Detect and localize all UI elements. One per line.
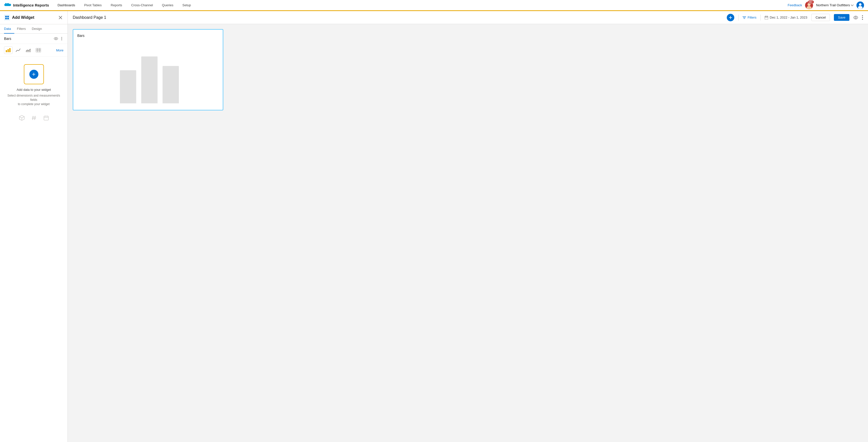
nav-tabs: Dashboards Pivot Tables Reports Cross-Ch… [53, 0, 783, 10]
main-content: Dashboard Page 1 Filters [68, 11, 868, 442]
more-icon [60, 37, 63, 40]
field-icons-row [0, 111, 67, 125]
nav-tab-reports[interactable]: Reports [106, 0, 127, 11]
grid-icon [5, 16, 9, 19]
preview-button[interactable] [854, 16, 858, 19]
svg-rect-8 [5, 18, 7, 19]
add-data-button[interactable]: + [24, 64, 44, 84]
salesforce-logo-icon [4, 2, 11, 9]
date-icon [44, 116, 49, 120]
svg-point-43 [862, 15, 863, 16]
more-menu-button[interactable] [862, 15, 863, 20]
widget-actions [54, 37, 63, 40]
line-chart-icon [16, 48, 21, 52]
add-widget-button[interactable] [727, 14, 734, 21]
chart-type-line-button[interactable] [14, 46, 23, 54]
svg-line-25 [33, 116, 33, 120]
vertical-dots-icon [862, 15, 863, 20]
bar-2 [141, 57, 158, 103]
cube-icon [19, 115, 25, 121]
bar-3 [162, 66, 179, 103]
filter-icon [743, 16, 746, 19]
svg-rect-18 [36, 48, 41, 52]
svg-point-4 [859, 3, 862, 6]
dimension-icon [19, 115, 25, 121]
filters-button[interactable]: Filters [743, 15, 756, 19]
hash-icon [32, 116, 37, 120]
date-range-button[interactable]: Dec 1, 2022 - Jan 1, 2023 [765, 15, 807, 19]
add-icon [728, 15, 733, 20]
svg-rect-6 [5, 16, 7, 17]
notification-count: 99+ [808, 0, 814, 4]
more-chart-types-link[interactable]: More [56, 49, 63, 52]
widget-name-row: Bars [0, 34, 67, 44]
bar-1 [120, 70, 136, 103]
top-navigation: Intelligence Reports Dashboards Pivot Ta… [0, 0, 868, 11]
nav-tab-cross-channel[interactable]: Cross-Channel [127, 0, 158, 11]
svg-point-10 [56, 38, 57, 39]
chart-type-bar-button[interactable] [4, 46, 12, 54]
svg-point-11 [61, 37, 62, 38]
calendar-toolbar-icon [765, 16, 768, 19]
bar-chart-icon [6, 48, 11, 52]
tab-data[interactable]: Data [4, 24, 14, 34]
notification-badge[interactable]: 99+ [805, 1, 813, 9]
svg-point-13 [61, 40, 62, 40]
tab-design[interactable]: Design [32, 24, 45, 34]
nav-right-area: Feedback 99+ Northern Trail Outfitters [784, 0, 868, 10]
chart-type-table-button[interactable] [34, 46, 43, 54]
svg-point-44 [862, 17, 863, 18]
preview-eye-icon [854, 16, 858, 19]
user-avatar-icon [857, 1, 864, 9]
nav-tab-dashboards[interactable]: Dashboards [53, 0, 80, 11]
close-icon [59, 16, 62, 19]
widget-card-title: Bars [77, 34, 219, 38]
svg-rect-14 [6, 50, 7, 52]
nav-tab-queries[interactable]: Queries [158, 0, 178, 11]
svg-line-26 [35, 116, 35, 120]
date-range-text: Dec 1, 2022 - Jan 1, 2023 [770, 15, 807, 19]
svg-rect-15 [7, 49, 9, 52]
svg-point-5 [858, 6, 863, 9]
cancel-button[interactable]: Cancel [811, 14, 830, 21]
feedback-link[interactable]: Feedback [788, 3, 802, 7]
add-data-section: + Add data to your widget Select dimensi… [0, 57, 67, 111]
visibility-toggle-button[interactable] [54, 37, 58, 40]
svg-rect-38 [765, 16, 768, 19]
close-button[interactable] [57, 14, 63, 21]
svg-point-42 [855, 17, 857, 18]
widget-card: Bars [73, 29, 223, 110]
more-options-button[interactable] [60, 37, 63, 40]
tab-filters[interactable]: Filters [17, 24, 29, 34]
widget-name: Bars [4, 37, 52, 41]
widget-icon [4, 14, 10, 21]
area-chart-icon [26, 48, 31, 52]
svg-rect-7 [7, 16, 9, 17]
measure-icon [32, 116, 37, 120]
user-avatar[interactable] [857, 1, 864, 9]
sidebar: Add Widget Data Filters Design Bars [0, 11, 68, 442]
toolbar-divider-1 [738, 14, 739, 21]
svg-point-12 [61, 38, 62, 39]
chart-type-area-button[interactable] [24, 46, 33, 54]
save-button[interactable]: Save [834, 14, 849, 21]
chevron-down-icon [851, 4, 854, 6]
eye-icon [54, 37, 58, 40]
chart-type-row: More [0, 44, 67, 57]
bar-chart-preview [77, 41, 219, 106]
dashboard-page-title: Dashboard Page 1 [73, 15, 106, 20]
nav-tab-setup[interactable]: Setup [178, 0, 195, 11]
nav-tab-pivot-tables[interactable]: Pivot Tables [80, 0, 106, 11]
plus-icon: + [29, 70, 38, 79]
org-name[interactable]: Northern Trail Outfitters [816, 3, 854, 7]
svg-rect-29 [44, 116, 49, 120]
dashboard-toolbar: Dashboard Page 1 Filters [68, 11, 868, 24]
table-icon [36, 48, 41, 52]
brand-area[interactable]: Intelligence Reports [0, 0, 53, 11]
main-layout: Add Widget Data Filters Design Bars [0, 11, 868, 442]
filters-label: Filters [748, 15, 756, 19]
brand-name: Intelligence Reports [13, 3, 49, 7]
sidebar-title: Add Widget [12, 15, 56, 20]
calendar-icon [44, 116, 49, 120]
dashboard-canvas: Bars [68, 24, 868, 442]
